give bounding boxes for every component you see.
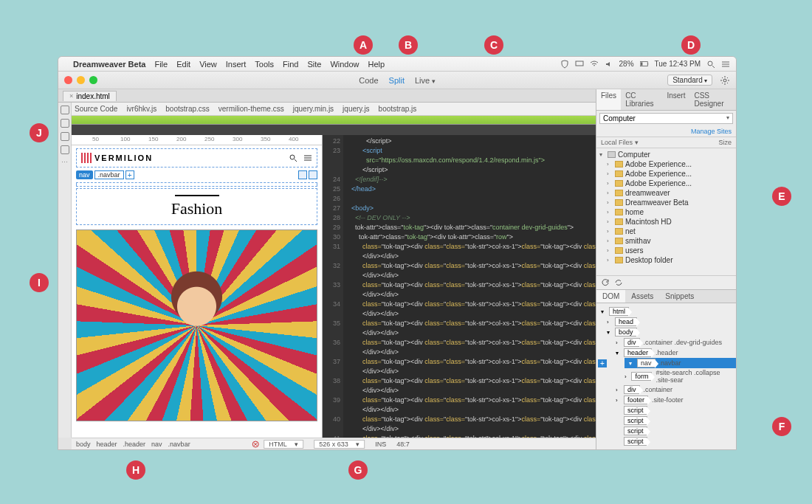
tree-item[interactable]: ›Desktop folder	[596, 255, 736, 265]
code-lines[interactable]: </script> <script src="https://oss.maxcd…	[345, 135, 596, 438]
menu-tools[interactable]: Tools	[255, 60, 274, 69]
menu-help[interactable]: Help	[368, 60, 385, 69]
tree-item[interactable]: ›home	[596, 207, 736, 217]
dom-node[interactable]: ›div.container	[616, 384, 732, 395]
tree-item[interactable]: ›Adobe Experience...	[596, 179, 736, 188]
live-view-pane: 50 100 150 200 250 300 350 400 VERMILION…	[72, 135, 323, 438]
menu-insert[interactable]: Insert	[226, 60, 247, 69]
dom-node[interactable]: +▾nav.navbar	[625, 358, 736, 368]
search-icon[interactable]	[289, 153, 297, 162]
tree-item[interactable]: ›Macintosh HD	[596, 217, 736, 227]
more-icon[interactable]: ⋯	[61, 159, 68, 166]
doc-tab[interactable]: ×index.html	[63, 91, 117, 101]
tree-item[interactable]: ›net	[596, 227, 736, 236]
related-file[interactable]: Source Code	[75, 105, 117, 113]
site-dropdown[interactable]: Computer	[599, 113, 733, 124]
view-split[interactable]: Split	[389, 76, 405, 85]
svg-point-6	[290, 155, 295, 159]
dom-node[interactable]: ▾header.header	[616, 348, 732, 358]
bc-item[interactable]: .header	[123, 441, 146, 448]
menu-window[interactable]: Window	[330, 60, 359, 69]
tab-files[interactable]: Files	[596, 89, 621, 110]
tree-item[interactable]: ›users	[596, 246, 736, 255]
maximize-icon[interactable]	[89, 76, 97, 84]
dom-node[interactable]: ›div.container .dev-grid-guides	[616, 337, 732, 348]
tree-item[interactable]: ›smithav	[596, 236, 736, 246]
tree-item[interactable]: ›Dreamweaver Beta	[596, 198, 736, 207]
related-file[interactable]: jquery.js	[343, 105, 370, 113]
view-live[interactable]: Live	[415, 76, 436, 85]
related-file[interactable]: bootstrap.js	[379, 105, 417, 113]
menu-file[interactable]: File	[154, 60, 168, 69]
related-file[interactable]: jquery.min.js	[293, 105, 334, 113]
search-icon[interactable]	[706, 60, 715, 69]
view-code[interactable]: Code	[359, 76, 378, 85]
col-localfiles[interactable]: Local Files ▾	[601, 139, 639, 146]
tab-cclib[interactable]: CC Libraries	[621, 89, 662, 110]
related-file[interactable]: vermilion-theme.css	[219, 105, 284, 113]
bc-item[interactable]: .navbar	[168, 441, 190, 448]
menu-find[interactable]: Find	[283, 60, 298, 69]
error-icon[interactable]	[252, 441, 259, 448]
dom-node[interactable]: ›footer.site-footer	[616, 395, 732, 405]
tab-dom[interactable]: DOM	[596, 290, 625, 303]
callout-f: F	[772, 417, 791, 436]
related-file[interactable]: ivr6hkv.js	[126, 105, 156, 113]
dom-node[interactable]: script	[616, 426, 732, 436]
hamburger-icon[interactable]	[303, 153, 312, 162]
bc-item[interactable]: header	[97, 441, 117, 448]
preview-header[interactable]: VERMILION	[76, 148, 317, 168]
preview-heading-block[interactable]: Fashion	[76, 188, 317, 225]
manage-sites-link[interactable]: Manage Sites	[596, 126, 736, 137]
tree-item[interactable]: ▾Computer	[596, 150, 736, 159]
menu-icon[interactable]	[721, 60, 730, 69]
dom-node[interactable]: ▾body	[607, 327, 732, 337]
add-class-button[interactable]: +	[125, 170, 134, 179]
menu-site[interactable]: Site	[307, 60, 321, 69]
menu-view[interactable]: View	[199, 60, 217, 69]
lang-select[interactable]: HTML ▾	[264, 440, 303, 449]
workspace-switcher[interactable]: Standard	[667, 75, 712, 86]
menu-edit[interactable]: Edit	[176, 60, 190, 69]
sync-icon[interactable]	[614, 278, 623, 287]
dom-node[interactable]: ▾html	[601, 306, 732, 317]
tag-selector-breadcrumb[interactable]: body header .header nav .navbar HTML ▾ 5…	[72, 438, 596, 449]
dims-display[interactable]: 526 x 633 ▾	[314, 440, 365, 449]
selected-class[interactable]: .navbar	[94, 170, 124, 179]
clock: Tue 12:43 PM	[655, 60, 701, 68]
close-icon[interactable]	[64, 76, 72, 84]
tool-icon[interactable]	[61, 145, 69, 154]
related-file[interactable]: bootstrap.css	[165, 105, 209, 113]
bc-item[interactable]: nav	[151, 441, 162, 448]
tree-item[interactable]: ›Adobe Experience...	[596, 159, 736, 169]
tree-item[interactable]: ›dreamweaver	[596, 188, 736, 198]
selector-option-icon[interactable]	[298, 170, 307, 179]
dom-node[interactable]: ›form#site-search .collapse .site-sear	[625, 368, 732, 384]
code-view-pane[interactable]: 2223242526272829303132333435363738394041…	[323, 135, 596, 438]
minimize-icon[interactable]	[77, 76, 85, 84]
gear-icon[interactable]	[720, 75, 730, 86]
dom-node[interactable]: script	[616, 415, 732, 426]
volume-icon	[605, 60, 613, 69]
close-tab-icon[interactable]: ×	[69, 92, 73, 100]
tool-icon[interactable]	[61, 119, 69, 128]
tool-icon[interactable]	[61, 132, 69, 141]
tab-snippets[interactable]: Snippets	[659, 290, 700, 303]
dom-tree[interactable]: ▾html›head▾body›div.container .dev-grid-…	[596, 303, 736, 449]
dom-node[interactable]: ›head	[607, 317, 732, 327]
tab-assets[interactable]: Assets	[625, 290, 659, 303]
tab-cssdesigner[interactable]: CSS Designer	[689, 89, 736, 110]
bc-item[interactable]: body	[76, 441, 91, 448]
element-selector[interactable]: nav .navbar +	[76, 170, 317, 179]
app-name[interactable]: Dreamweaver Beta	[73, 60, 145, 69]
refresh-icon[interactable]	[601, 278, 610, 287]
tool-icon[interactable]	[61, 106, 69, 114]
dom-node[interactable]: script	[616, 405, 732, 415]
files-tree[interactable]: ▾Computer›Adobe Experience...›Adobe Expe…	[596, 148, 736, 275]
preview-hero-image[interactable]	[76, 229, 317, 421]
dom-node[interactable]: script	[616, 436, 732, 446]
tab-insert[interactable]: Insert	[662, 89, 689, 110]
selector-option-icon[interactable]	[309, 170, 317, 179]
preview-nav-outline[interactable]	[76, 182, 317, 187]
tree-item[interactable]: ›Adobe Experience...	[596, 169, 736, 179]
